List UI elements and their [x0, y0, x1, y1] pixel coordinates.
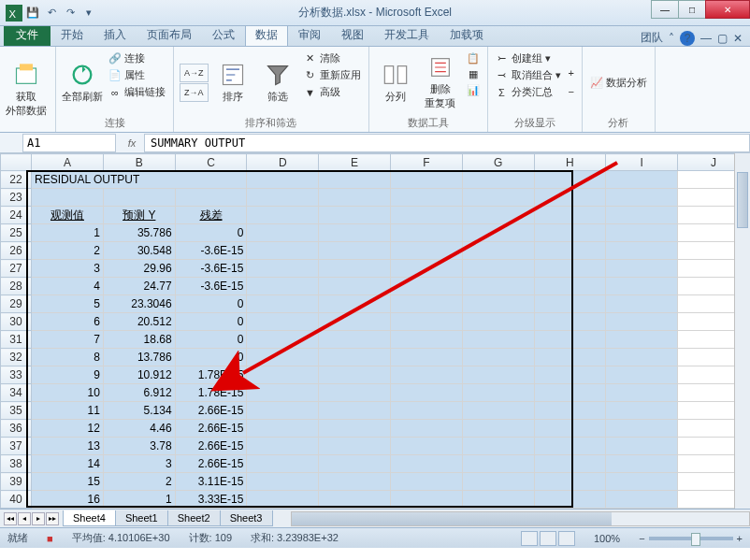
maximize-button[interactable]: □ [678, 0, 706, 19]
cell[interactable] [319, 366, 391, 384]
tab-layout[interactable]: 页面布局 [137, 23, 202, 46]
cell[interactable] [534, 438, 606, 455]
cell[interactable] [606, 224, 678, 242]
cell[interactable] [462, 242, 534, 260]
cell[interactable] [319, 473, 391, 491]
cell[interactable] [462, 331, 534, 349]
cell[interactable] [390, 438, 462, 455]
cell[interactable] [462, 207, 534, 224]
cell[interactable] [390, 455, 462, 473]
cell[interactable] [247, 224, 319, 242]
edit-links-button[interactable]: ∞编辑链接 [107, 84, 167, 100]
macro-record-icon[interactable]: ■ [47, 533, 53, 544]
cell[interactable] [606, 491, 678, 509]
excel-icon[interactable]: X [6, 5, 22, 22]
col-header-D[interactable]: D [247, 154, 319, 171]
cell[interactable]: 1.78E-15 [175, 366, 247, 384]
cell[interactable] [390, 420, 462, 438]
horizontal-scrollbar[interactable] [291, 511, 751, 526]
hide-detail-button[interactable]: − [567, 85, 576, 98]
tab-insert[interactable]: 插入 [94, 23, 137, 46]
cell[interactable] [534, 402, 606, 420]
cell[interactable]: 12 [32, 420, 104, 438]
cell[interactable] [247, 313, 319, 331]
cell[interactable] [606, 420, 678, 438]
mdi-close-icon[interactable]: ✕ [733, 32, 743, 45]
cell[interactable] [319, 224, 391, 242]
cell[interactable] [319, 207, 391, 224]
undo-button[interactable]: ↶ [43, 5, 60, 22]
mdi-restore-icon[interactable]: ▢ [717, 32, 728, 45]
row-header-35[interactable]: 35 [1, 402, 32, 420]
cell[interactable]: 15 [32, 473, 104, 491]
tab-file[interactable]: 文件 [4, 23, 50, 46]
cell[interactable] [462, 295, 534, 313]
cell[interactable] [606, 384, 678, 402]
cell[interactable]: 6.912 [103, 384, 175, 402]
properties-button[interactable]: 📄属性 [107, 67, 167, 83]
cell[interactable] [390, 171, 462, 189]
tab-formulas[interactable]: 公式 [202, 23, 245, 46]
cell[interactable] [247, 260, 319, 278]
cell[interactable] [606, 295, 678, 313]
cell[interactable]: 0 [175, 349, 247, 366]
cell[interactable]: 0 [175, 295, 247, 313]
cell[interactable] [462, 438, 534, 455]
row-header-29[interactable]: 29 [1, 295, 32, 313]
cell[interactable] [175, 189, 247, 207]
cell[interactable] [390, 491, 462, 509]
col-header-B[interactable]: B [103, 154, 175, 171]
sheet-tab-sheet3[interactable]: Sheet3 [220, 510, 273, 526]
cell[interactable] [319, 384, 391, 402]
cell[interactable] [606, 242, 678, 260]
sheet-nav-first[interactable]: ◂◂ [4, 512, 17, 525]
zoom-level[interactable]: 100% [594, 533, 620, 544]
cell[interactable]: RESIDUAL OUTPUT [32, 171, 247, 189]
sort-desc-button[interactable]: Z→A [180, 83, 209, 102]
cell[interactable]: 16 [32, 491, 104, 509]
cell[interactable] [534, 242, 606, 260]
reapply-button[interactable]: ↻重新应用 [302, 67, 363, 83]
mdi-min-icon[interactable]: — [700, 32, 712, 45]
cell[interactable] [319, 313, 391, 331]
cell[interactable] [534, 207, 606, 224]
cell[interactable]: 5 [32, 295, 104, 313]
subtotal-button[interactable]: Σ分类汇总 [494, 84, 563, 100]
cell[interactable] [390, 189, 462, 207]
cell[interactable] [534, 366, 606, 384]
cell[interactable] [606, 455, 678, 473]
row-header-34[interactable]: 34 [1, 384, 32, 402]
sheet-nav-next[interactable]: ▸ [32, 512, 45, 525]
cell[interactable]: 10.912 [103, 366, 175, 384]
cell[interactable] [534, 491, 606, 509]
cell[interactable]: 7 [32, 331, 104, 349]
cell[interactable] [534, 224, 606, 242]
cell[interactable]: 29.96 [103, 260, 175, 278]
tab-dev[interactable]: 开发工具 [374, 23, 440, 46]
cell[interactable] [462, 473, 534, 491]
cell[interactable] [606, 260, 678, 278]
cell[interactable] [462, 366, 534, 384]
cell[interactable] [534, 349, 606, 366]
cell[interactable] [390, 384, 462, 402]
cell[interactable]: 2.66E-15 [175, 402, 247, 420]
cell[interactable] [534, 331, 606, 349]
cell[interactable] [247, 242, 319, 260]
vertical-scrollbar[interactable] [734, 153, 750, 509]
col-header-E[interactable]: E [319, 154, 391, 171]
cell[interactable]: 1.78E-15 [175, 384, 247, 402]
cell[interactable] [247, 189, 319, 207]
cell[interactable]: 23.3046 [103, 295, 175, 313]
cell[interactable] [247, 171, 319, 189]
cell[interactable] [390, 402, 462, 420]
cell[interactable]: 2.66E-15 [175, 420, 247, 438]
cell[interactable]: 8 [32, 349, 104, 366]
cell[interactable]: 30.548 [103, 242, 175, 260]
cell[interactable]: 0 [175, 224, 247, 242]
clear-filter-button[interactable]: ✕清除 [302, 50, 363, 66]
row-header-31[interactable]: 31 [1, 331, 32, 349]
redo-button[interactable]: ↷ [62, 5, 79, 22]
tab-review[interactable]: 审阅 [288, 23, 331, 46]
ribbon-min-icon[interactable]: ˄ [669, 32, 674, 45]
row-header-40[interactable]: 40 [1, 491, 32, 509]
